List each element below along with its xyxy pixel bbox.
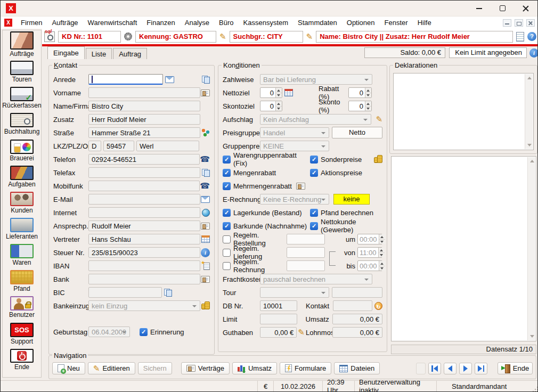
skonto-spinner[interactable]: 0 (348, 101, 372, 111)
nettokunde-checkbox[interactable] (310, 222, 318, 230)
vorname-input[interactable] (88, 87, 200, 98)
pencil-icon[interactable] (298, 328, 305, 337)
regelm-lieferung-checkbox[interactable] (223, 249, 231, 257)
von-time-spinner[interactable]: 11:00 (357, 247, 382, 258)
sonderpreise-checkbox[interactable] (310, 156, 318, 164)
contact-card-icon[interactable] (201, 276, 210, 283)
nav-first-button[interactable] (428, 363, 441, 374)
window-minimize-button[interactable] (467, 1, 491, 16)
plz-input[interactable]: 59457 (103, 141, 134, 151)
scrollbar[interactable] (525, 74, 533, 149)
gear-icon[interactable] (124, 32, 132, 40)
pencil-icon[interactable] (219, 32, 226, 41)
ansprechpartner-input[interactable]: Rudolf Meier (88, 220, 200, 231)
erechnung-badge[interactable]: keine (333, 194, 370, 205)
iban-input[interactable] (88, 260, 200, 271)
rabatt-spinner[interactable]: 0 (348, 87, 372, 98)
map-pins-icon[interactable] (201, 128, 210, 137)
formulare-button[interactable]: Formulare (280, 362, 331, 374)
dateien-button[interactable]: Dateien (334, 362, 380, 374)
mail-icon[interactable] (201, 196, 210, 203)
neu-button[interactable]: Neu (52, 362, 85, 374)
editieren-button[interactable]: Editieren (88, 362, 135, 374)
internet-input[interactable] (88, 207, 200, 218)
vertreter-input[interactable]: Hans Schlau (88, 234, 200, 244)
sidebar-item-support[interactable]: SOS Support (10, 323, 34, 349)
menu-item-buero[interactable]: Büro (214, 19, 238, 27)
regelm-rechnung-checkbox[interactable] (223, 262, 231, 270)
memo-list[interactable] (391, 156, 536, 341)
steuernr-input[interactable]: 235/815/90023 (88, 247, 200, 258)
contact-card-icon[interactable] (296, 183, 305, 190)
telefon-input[interactable]: 02924-546521 (88, 154, 200, 165)
umsatz-button[interactable]: Umsatz (232, 362, 277, 374)
suchbegriff-box[interactable]: Suchbgr.: CITY (230, 31, 303, 43)
erinnerung-checkbox[interactable] (140, 328, 148, 336)
netto-button[interactable]: Netto (332, 127, 382, 138)
help-icon[interactable]: ? (527, 32, 536, 41)
mdi-close-button[interactable] (526, 19, 535, 27)
mdi-restore-button[interactable] (515, 19, 523, 27)
sidebar-item-auftraege[interactable]: Aufträge (10, 31, 34, 61)
zahlweise-select[interactable]: Bar bei Lieferung (260, 74, 372, 85)
menu-item-warenwirtschaft[interactable]: Warenwirtschaft (83, 19, 142, 27)
table-icon[interactable] (201, 235, 210, 243)
menu-item-fenster[interactable]: Fenster (380, 19, 413, 27)
sql-icon[interactable] (44, 31, 55, 42)
bank-input[interactable] (88, 274, 200, 284)
ort-input[interactable]: Werl (136, 141, 199, 151)
menu-item-kassensystem[interactable]: Kassensystem (239, 19, 294, 27)
sidebar-item-brauerei[interactable]: Brauerei (10, 140, 34, 166)
tab-liste[interactable]: Liste (86, 48, 112, 59)
preisgruppe-select[interactable]: Handel (260, 127, 329, 138)
nav-last-button[interactable] (475, 363, 487, 374)
name-firma-input[interactable]: Bistro City (88, 101, 200, 111)
sidebar-item-benutzer[interactable]: Benutzer (9, 296, 35, 322)
anrede-input[interactable] (88, 74, 163, 85)
erechnung-select[interactable]: Keine E-Rechnung (260, 194, 329, 205)
sidebar-item-rueckerfassen[interactable]: Rückerfassen (2, 87, 41, 113)
email-input[interactable] (88, 194, 200, 205)
menu-item-optionen[interactable]: Optionen (342, 19, 380, 27)
sichern-button[interactable]: Sichern (138, 362, 172, 374)
barkunde-checkbox[interactable] (223, 222, 231, 230)
copy-icon[interactable] (202, 169, 210, 177)
contact-card-icon[interactable] (201, 223, 210, 230)
limit-input[interactable] (260, 314, 297, 324)
kontakt-input[interactable] (333, 300, 372, 311)
menu-item-finanzen[interactable]: Finanzen (142, 19, 180, 27)
pencil-icon[interactable] (306, 32, 313, 41)
info-icon[interactable]: i (201, 248, 210, 257)
sidebar-item-pfand[interactable]: Pfand (10, 270, 34, 296)
vertraege-button[interactable]: Verträge (181, 362, 230, 374)
sidebar-item-lieferanten[interactable]: Lieferanten (6, 218, 38, 244)
tour-extra-input[interactable] (332, 287, 382, 298)
menu-item-firmen[interactable]: Firmen (16, 19, 47, 27)
window-close-button[interactable] (514, 1, 537, 16)
tour-select[interactable] (260, 287, 329, 298)
bankeinzug-select[interactable]: kein Einzug (88, 300, 200, 311)
sidebar-item-touren[interactable]: Touren (10, 61, 34, 87)
warengruppenrabatt-checkbox[interactable] (223, 156, 231, 164)
bis-time-spinner[interactable]: 00:00 (357, 260, 382, 271)
dbnr-input[interactable]: 10001 (260, 300, 297, 311)
regelm-bestellung-checkbox[interactable] (223, 235, 231, 243)
menu-item-auftraege[interactable]: Aufträge (47, 19, 83, 27)
aufschlag-select[interactable]: Kein Aufschlag (260, 114, 371, 125)
window-maximize-button[interactable] (491, 1, 514, 16)
calendar-icon[interactable] (284, 89, 293, 96)
iban-wizard-icon[interactable] (201, 262, 210, 270)
tab-eingabe[interactable]: Eingabe (47, 46, 85, 59)
zusatz-input[interactable]: Herr Rudolf Meier (88, 114, 200, 125)
mobilfunk-input[interactable] (88, 181, 200, 191)
ende-button[interactable]: Ende (498, 362, 533, 374)
contact-card-icon[interactable] (201, 89, 210, 96)
kennung-box[interactable]: Kennung: GASTRO (135, 31, 216, 43)
mail-icon[interactable] (165, 76, 174, 83)
lkz-input[interactable]: D (88, 141, 101, 151)
menu-item-analyse[interactable]: Analyse (180, 19, 214, 27)
gruppenpreis-select[interactable]: KEINE (260, 141, 329, 151)
um-time-spinner[interactable]: 00:00 (357, 234, 382, 244)
sidebar-item-ende[interactable]: Ende (10, 349, 34, 375)
regelm-lieferung-input[interactable] (287, 247, 325, 258)
